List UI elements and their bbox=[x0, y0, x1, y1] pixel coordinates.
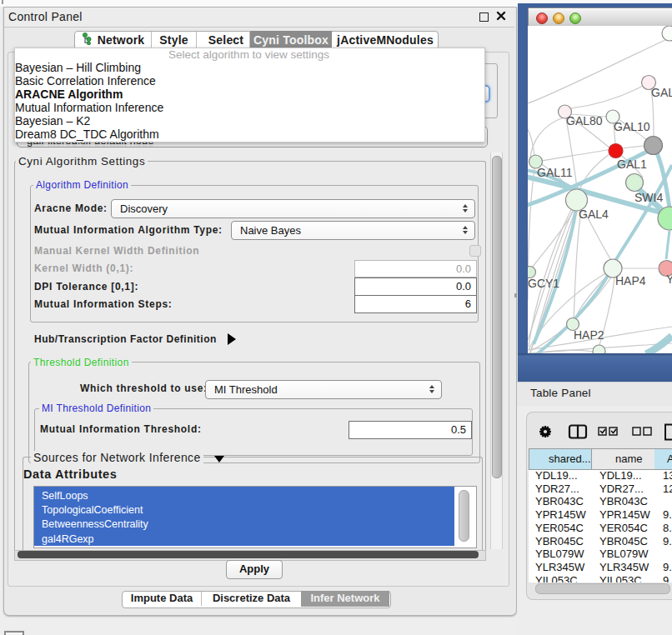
svg-text:GAL1: GAL1 bbox=[617, 158, 647, 171]
svg-text:HAP2: HAP2 bbox=[574, 328, 604, 342]
svg-text:SWI4: SWI4 bbox=[634, 191, 663, 204]
svg-text:HAP4: HAP4 bbox=[615, 274, 646, 288]
svg-text:GAL11: GAL11 bbox=[537, 166, 573, 179]
svg-text:GAL4: GAL4 bbox=[579, 208, 609, 221]
svg-text:GAL10: GAL10 bbox=[614, 120, 650, 133]
svg-text:Y: Y bbox=[666, 272, 672, 286]
svg-text:GCY1: GCY1 bbox=[528, 277, 559, 290]
svg-text:GAL80: GAL80 bbox=[566, 114, 603, 128]
svg-text:GAL: GAL bbox=[651, 86, 672, 99]
